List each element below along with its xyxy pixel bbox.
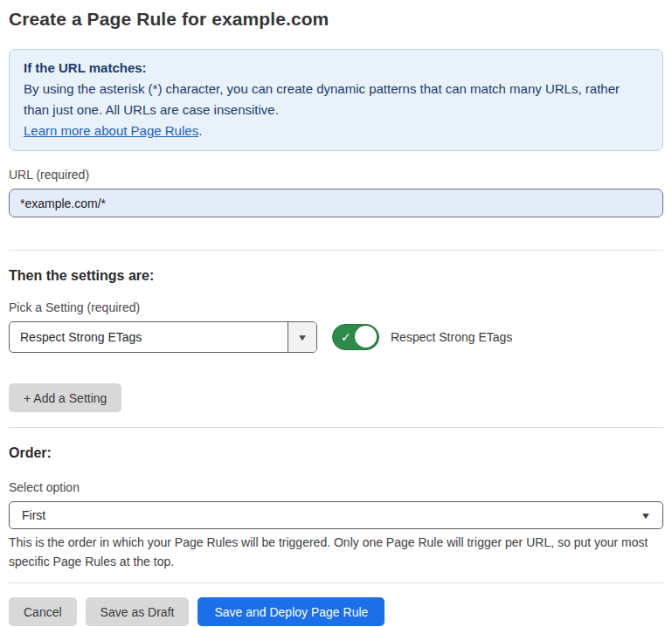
settings-heading: Then the settings are: <box>9 268 663 284</box>
setting-select[interactable]: Respect Strong ETags ▼ <box>9 321 317 353</box>
dropdown-arrow-icon: ▼ <box>297 333 308 342</box>
link-suffix-text: . <box>198 123 202 138</box>
footer-actions: Cancel Save as Draft Save and Deploy Pag… <box>9 583 663 626</box>
url-label: URL (required) <box>9 168 663 182</box>
pick-setting-label: Pick a Setting (required) <box>9 300 663 314</box>
order-help-text: This is the order in which your Page Rul… <box>9 533 663 571</box>
setting-select-arrow-button[interactable]: ▼ <box>288 322 316 352</box>
section-divider <box>9 250 663 251</box>
order-select[interactable]: First ▼ <box>9 501 663 529</box>
info-box-body: By using the asterisk (*) character, you… <box>24 79 648 121</box>
section-divider <box>9 427 663 428</box>
create-page-rule-panel: Create a Page Rule for example.com If th… <box>0 0 672 627</box>
page-title: Create a Page Rule for example.com <box>9 9 663 30</box>
url-input[interactable] <box>9 189 663 217</box>
save-draft-button[interactable]: Save as Draft <box>86 597 190 626</box>
add-setting-button[interactable]: + Add a Setting <box>9 383 121 412</box>
order-heading: Order: <box>9 445 663 461</box>
check-icon: ✓ <box>341 331 351 343</box>
info-box-link-line: Learn more about Page Rules. <box>24 121 648 141</box>
select-option-label: Select option <box>9 480 663 494</box>
chevron-down-icon: ▼ <box>641 511 652 520</box>
info-box-heading: If the URL matches: <box>24 58 648 79</box>
save-deploy-button[interactable]: Save and Deploy Page Rule <box>197 597 384 626</box>
setting-select-value: Respect Strong ETags <box>10 322 288 352</box>
order-select-value: First <box>22 508 45 522</box>
url-match-info-box: If the URL matches: By using the asteris… <box>9 49 663 151</box>
toggle-knob <box>355 326 377 348</box>
setting-row: Respect Strong ETags ▼ ✓ Respect Strong … <box>9 321 663 353</box>
setting-toggle-label: Respect Strong ETags <box>391 330 512 344</box>
setting-toggle-group: ✓ Respect Strong ETags <box>332 324 512 350</box>
learn-more-link[interactable]: Learn more about Page Rules <box>24 123 198 138</box>
cancel-button[interactable]: Cancel <box>9 597 77 626</box>
setting-toggle[interactable]: ✓ <box>332 324 379 350</box>
